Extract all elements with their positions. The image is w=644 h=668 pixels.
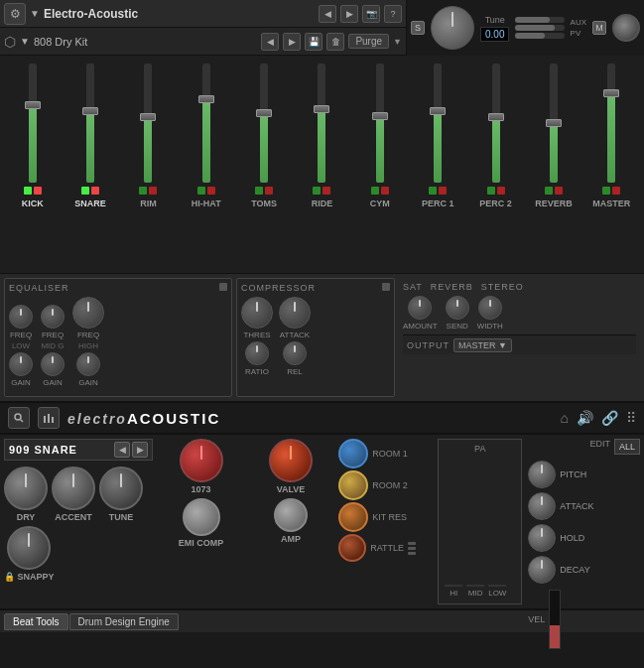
- fader-master[interactable]: [607, 64, 615, 183]
- fader-thumb-snare[interactable]: [82, 107, 98, 115]
- fader-cym[interactable]: [376, 64, 384, 183]
- fader-perc2[interactable]: [492, 64, 500, 183]
- nav-right-btn[interactable]: ▶: [340, 5, 358, 23]
- fader-toms[interactable]: [260, 64, 268, 183]
- decay-knob[interactable]: [528, 556, 556, 584]
- comp-rel-knob[interactable]: [283, 341, 307, 365]
- led-green-master[interactable]: [602, 187, 610, 195]
- purge-btn[interactable]: Purge: [348, 34, 389, 49]
- instrument-icon[interactable]: ⚙: [4, 3, 26, 25]
- knob-amp[interactable]: [274, 498, 308, 532]
- eq-high-freq-knob[interactable]: [72, 297, 104, 329]
- led-green-perc2[interactable]: [487, 187, 495, 195]
- comp-indicator[interactable]: [382, 283, 390, 291]
- eq-indicator[interactable]: [219, 283, 227, 291]
- eq-low-gain-knob[interactable]: [9, 352, 33, 376]
- link-icon[interactable]: 🔗: [601, 410, 618, 426]
- led-red-snare[interactable]: [91, 187, 99, 195]
- room2-knob[interactable]: [338, 470, 368, 500]
- fader-thumb-reverb[interactable]: [546, 119, 562, 127]
- kitres-knob[interactable]: [338, 502, 368, 532]
- led-red-hihat[interactable]: [207, 187, 215, 195]
- snappy-knob[interactable]: [7, 526, 51, 570]
- pitch-knob[interactable]: [528, 461, 556, 488]
- fader-thumb-hihat[interactable]: [198, 95, 214, 103]
- fader-thumb-ride[interactable]: [314, 105, 329, 113]
- dry-knob[interactable]: [4, 467, 48, 510]
- slider-3[interactable]: [515, 33, 564, 39]
- led-green-cym[interactable]: [371, 187, 379, 195]
- fader-perc1[interactable]: [434, 64, 442, 183]
- extra-knob[interactable]: [612, 14, 640, 42]
- fader-reverb[interactable]: [550, 64, 558, 183]
- hold-knob[interactable]: [528, 524, 556, 552]
- accent-knob[interactable]: [52, 467, 95, 510]
- fader-thumb-cym[interactable]: [372, 112, 388, 120]
- slider-2[interactable]: [515, 25, 564, 31]
- info-btn[interactable]: ?: [384, 5, 402, 23]
- led-red-rim[interactable]: [149, 187, 157, 195]
- speaker-icon[interactable]: 🔊: [577, 410, 593, 426]
- room1-knob[interactable]: [338, 439, 368, 468]
- stereo-width-knob[interactable]: [478, 296, 502, 320]
- led-red-perc1[interactable]: [439, 187, 447, 195]
- kit-nav-left[interactable]: ◀: [261, 33, 279, 51]
- led-green-perc1[interactable]: [429, 187, 437, 195]
- slider-1[interactable]: [515, 17, 564, 23]
- s-button[interactable]: S: [411, 21, 425, 35]
- fader-thumb-perc2[interactable]: [488, 113, 504, 121]
- search-icon[interactable]: [8, 407, 30, 429]
- fader-kick[interactable]: [29, 64, 37, 183]
- fader-snare[interactable]: [86, 64, 94, 183]
- led-red-perc2[interactable]: [497, 187, 505, 195]
- grid-icon[interactable]: ⠿: [626, 410, 636, 426]
- reverb-send-knob[interactable]: [446, 296, 469, 320]
- fader-thumb-perc1[interactable]: [430, 107, 446, 115]
- tab-drum-design[interactable]: Drum Design Engine: [69, 613, 179, 630]
- led-green-ride[interactable]: [313, 187, 321, 195]
- comp-thres-knob[interactable]: [241, 297, 273, 329]
- led-green-hihat[interactable]: [197, 187, 205, 195]
- sat-amount-knob[interactable]: [408, 296, 432, 320]
- led-red-reverb[interactable]: [555, 187, 563, 195]
- comp-ratio-knob[interactable]: [245, 341, 269, 365]
- eq-mid-freq-knob[interactable]: [41, 305, 64, 329]
- led-green-toms[interactable]: [255, 187, 263, 195]
- save-btn[interactable]: 💾: [305, 33, 322, 51]
- fader-thumb-toms[interactable]: [256, 109, 272, 117]
- nav-left-btn[interactable]: ◀: [319, 5, 336, 23]
- fader-thumb-kick[interactable]: [25, 101, 41, 109]
- tab-beat-tools[interactable]: Beat Tools: [4, 613, 68, 630]
- comp-attack-knob[interactable]: [279, 297, 311, 329]
- knob-emicomp[interactable]: [183, 498, 220, 536]
- output-select[interactable]: MASTER ▼: [453, 338, 512, 352]
- fader-thumb-master[interactable]: [603, 89, 619, 97]
- edit-all-btn[interactable]: ALL: [614, 439, 640, 455]
- fader-ride[interactable]: [318, 64, 325, 183]
- fader-hihat[interactable]: [202, 64, 210, 183]
- delete-btn[interactable]: 🗑: [326, 33, 344, 51]
- instrument-arrow[interactable]: ▼: [30, 8, 40, 19]
- home-icon[interactable]: ⌂: [561, 410, 569, 426]
- knob-valve[interactable]: [269, 439, 313, 482]
- drum-next-btn[interactable]: ▶: [132, 442, 148, 458]
- rattle-knob[interactable]: [338, 534, 366, 562]
- eq-high-gain-knob[interactable]: [76, 352, 100, 376]
- knob-1073[interactable]: [180, 439, 223, 482]
- led-green-snare[interactable]: [81, 187, 89, 195]
- eq-mid-gain-knob[interactable]: [41, 352, 64, 376]
- attack-knob[interactable]: [528, 492, 556, 520]
- led-red-toms[interactable]: [265, 187, 273, 195]
- kit-nav-right[interactable]: ▶: [283, 33, 301, 51]
- led-green-reverb[interactable]: [545, 187, 553, 195]
- led-green-rim[interactable]: [139, 187, 147, 195]
- led-red-master[interactable]: [612, 187, 620, 195]
- camera-btn[interactable]: 📷: [362, 5, 380, 23]
- led-red-ride[interactable]: [322, 187, 330, 195]
- bars-icon[interactable]: [38, 407, 60, 429]
- fader-rim[interactable]: [144, 64, 152, 183]
- led-green-kick[interactable]: [24, 187, 32, 195]
- drum-tune-knob[interactable]: [99, 467, 143, 510]
- fader-thumb-rim[interactable]: [140, 113, 156, 121]
- led-red-cym[interactable]: [381, 187, 389, 195]
